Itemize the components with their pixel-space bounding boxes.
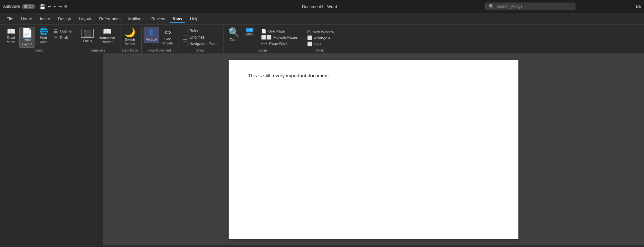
gridlines-checkbox[interactable]: Gridlines — [183, 35, 218, 40]
page-width-label: Page Width — [269, 42, 288, 45]
print-layout-button[interactable]: 📄 PrintLayout — [19, 27, 35, 48]
ribbon-group-window: ⊞ New Window ⬜ Arrange All ⬜ Split Wind.… — [303, 26, 339, 53]
navigation-pane-checkbox-box[interactable] — [183, 42, 187, 46]
ribbon-group-darkmode: 🌙 SwitchModes Dark Mode — [120, 26, 142, 53]
immersive-reader-label: ImmersiveReader — [99, 36, 115, 44]
document-title: Document1 - Word — [302, 4, 337, 9]
ruler-checkbox-box[interactable] — [183, 29, 187, 33]
ribbon: 📖 ReadMode 📄 PrintLayout 🌐 WebLayout ☰ O… — [0, 24, 644, 53]
read-mode-button[interactable]: 📖 ReadMode — [4, 27, 18, 45]
print-layout-label: PrintLayout — [22, 38, 33, 46]
web-layout-button[interactable]: 🌐 WebLayout — [36, 27, 51, 45]
document-canvas: This is still a very important document — [103, 53, 644, 245]
search-box[interactable]: 🔍 Search (Alt+Q) — [485, 3, 575, 10]
document-text: This is still a very important document — [248, 73, 499, 78]
autosave-label: AutoSave — [3, 4, 20, 9]
redo-icon[interactable]: ↪ — [58, 4, 62, 9]
one-page-label: One Page — [268, 29, 285, 33]
draft-button[interactable]: ☰ Draft — [52, 34, 73, 41]
split-button[interactable]: ⬜ Split — [305, 41, 336, 47]
menu-item-home[interactable]: Home — [18, 15, 35, 23]
draft-label: Draft — [60, 36, 68, 40]
new-window-label: New Window — [313, 30, 334, 34]
zoom-badge: 100 — [246, 28, 254, 32]
window-buttons: ⊞ New Window ⬜ Arrange All ⬜ Split — [305, 27, 336, 48]
menu-item-layout[interactable]: Layout — [76, 15, 95, 23]
show-checkboxes: Ruler Gridlines Navigation Pane — [180, 27, 220, 48]
vertical-button[interactable]: ⇕ Vertical — [144, 27, 159, 43]
search-icon: 🔍 — [489, 4, 494, 9]
menu-item-insert[interactable]: Insert — [37, 15, 54, 23]
menu-item-mailings[interactable]: Mailings — [125, 15, 147, 23]
menu-item-review[interactable]: Review — [148, 15, 168, 23]
multiple-pages-label: Multiple Pages — [273, 35, 298, 39]
ribbon-group-views: 📖 ReadMode 📄 PrintLayout 🌐 WebLayout ☰ O… — [2, 26, 77, 53]
immersive-reader-button[interactable]: 📖 ImmersiveReader — [97, 27, 117, 45]
new-window-button[interactable]: ⊞ New Window — [305, 29, 336, 35]
ribbon-group-show: Ruler Gridlines Navigation Pane Show — [178, 26, 224, 53]
menu-item-view[interactable]: View — [169, 15, 185, 23]
outline-icon: ☰ — [54, 29, 58, 34]
split-label: Split — [314, 42, 321, 46]
ribbon-group-pagemovement: ⇕ Vertical ⇔ Sideto Side Page Movement — [142, 26, 178, 53]
undo-icon[interactable]: ↩ — [48, 4, 52, 9]
ruler-checkbox[interactable]: Ruler — [183, 29, 218, 33]
customize-icon[interactable]: ≡ — [64, 4, 67, 9]
title-bar-icons: Da — [636, 4, 641, 9]
focus-icon: ⬛ — [81, 29, 94, 38]
focus-button[interactable]: ⬛ Focus — [79, 27, 96, 44]
save-icon[interactable]: 💾 — [39, 4, 46, 10]
gridlines-checkbox-box[interactable] — [183, 35, 187, 40]
switch-modes-icon: 🌙 — [124, 28, 136, 37]
navigation-pane-label: Navigation Pane — [189, 42, 218, 46]
title-bar: AutoSave Off 💾 ↩ ▼ ↪ ≡ Document1 - Word … — [0, 0, 644, 13]
navigation-pane-checkbox[interactable]: Navigation Pane — [183, 42, 218, 46]
document-sidebar — [0, 53, 103, 245]
views-buttons: 📖 ReadMode 📄 PrintLayout 🌐 WebLayout ☰ O… — [4, 27, 73, 48]
arrange-all-label: Arrange All — [314, 36, 332, 40]
switch-modes-label: SwitchModes — [125, 38, 135, 46]
one-page-button[interactable]: 📄 One Page — [259, 28, 299, 34]
menu-item-design[interactable]: Design — [55, 15, 74, 23]
zoom-percent-button[interactable]: 100 100% — [244, 27, 255, 37]
outline-label: Outline — [60, 29, 71, 33]
multiple-pages-icon: ⬜⬜ — [261, 35, 271, 40]
gridlines-label: Gridlines — [189, 35, 204, 40]
arrange-all-button[interactable]: ⬜ Arrange All — [305, 35, 336, 41]
menu-item-help[interactable]: Help — [187, 15, 202, 23]
zoom-buttons: 🔍 Zoom 100 100% 📄 One Page ⬜⬜ Multiple P… — [226, 27, 300, 48]
outline-button[interactable]: ☰ Outline — [52, 28, 73, 34]
menu-item-references[interactable]: References — [96, 15, 124, 23]
da-label: Da — [636, 4, 641, 9]
toggle-label: Off — [29, 5, 33, 8]
immersive-reader-icon: 📖 — [103, 28, 111, 35]
vertical-icon: ⇕ — [148, 28, 155, 37]
switch-modes-button[interactable]: 🌙 SwitchModes — [122, 27, 137, 47]
immersive-group-label: Immersive — [79, 48, 117, 53]
multiple-pages-button[interactable]: ⬜⬜ Multiple Pages — [259, 34, 299, 40]
zoom-button[interactable]: 🔍 Zoom — [226, 27, 242, 43]
page-width-button[interactable]: ⟺ Page Width — [259, 40, 299, 46]
zoom-icon: 🔍 — [228, 28, 240, 37]
menu-item-file[interactable]: File — [3, 15, 16, 23]
autosave-toggle[interactable]: Off — [22, 4, 35, 9]
window-group-label: Wind... — [305, 48, 336, 53]
one-page-icon: 📄 — [261, 29, 266, 33]
read-mode-label: ReadMode — [7, 36, 15, 44]
side-to-side-button[interactable]: ⇔ Sideto Side — [160, 27, 175, 46]
arrange-all-icon: ⬜ — [307, 35, 312, 40]
zoom-percent-label: 100% — [245, 32, 254, 36]
web-layout-label: WebLayout — [38, 36, 49, 44]
title-bar-search: 🔍 Search (Alt+Q) — [425, 3, 636, 10]
vertical-label: Vertical — [146, 37, 157, 42]
search-placeholder: Search (Alt+Q) — [496, 4, 522, 9]
darkmode-buttons: 🌙 SwitchModes — [122, 27, 137, 48]
web-layout-icon: 🌐 — [39, 28, 48, 35]
pagemovement-buttons: ⇕ Vertical ⇔ Sideto Side — [144, 27, 175, 48]
focus-label: Focus — [83, 39, 92, 43]
zoom-label: Zoom — [230, 38, 239, 42]
ruler-label: Ruler — [189, 29, 199, 33]
undo-dropdown-icon[interactable]: ▼ — [53, 5, 57, 8]
print-layout-icon: 📄 — [22, 28, 33, 37]
new-window-icon: ⊞ — [307, 29, 311, 34]
